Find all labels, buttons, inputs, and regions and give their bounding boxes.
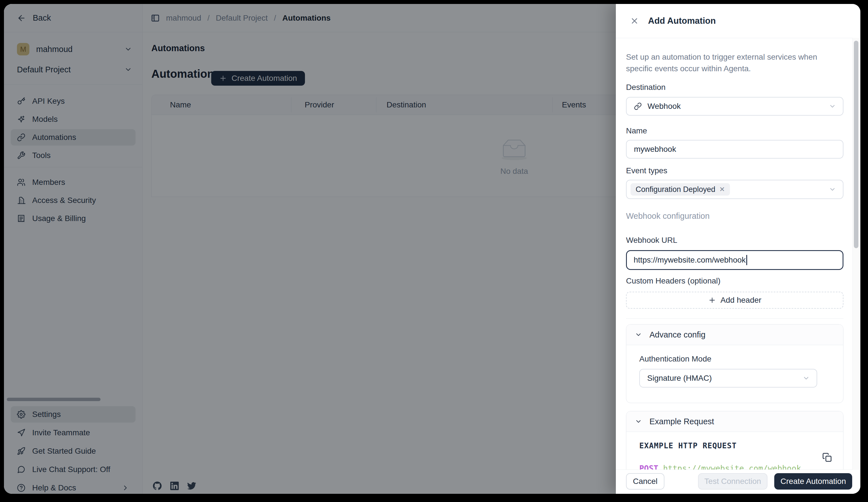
custom-headers-label: Custom Headers (optional) (626, 277, 844, 285)
drawer-header: Add Automation (616, 4, 860, 38)
chevron-down-icon (803, 374, 810, 382)
create-automation-submit-button[interactable]: Create Automation (774, 473, 852, 490)
name-value: mywebhook (634, 145, 676, 154)
drawer-body: Set up an automation to trigger external… (616, 38, 860, 470)
drawer-scrollbar-thumb[interactable] (854, 41, 858, 248)
example-request-title: Example Request (649, 417, 714, 426)
drawer-description: Set up an automation to trigger external… (626, 51, 829, 74)
advance-config-title: Advance config (649, 330, 705, 340)
event-type-tag-label: Configuration Deployed (636, 185, 715, 194)
auth-mode-select[interactable]: Signature (HMAC) (639, 369, 817, 388)
auth-mode-value: Signature (HMAC) (647, 374, 712, 383)
webhook-url-value: https://mywebsite.com/webhook (634, 255, 746, 264)
name-label: Name (626, 126, 844, 135)
destination-select[interactable]: Webhook (626, 97, 844, 116)
drawer-title: Add Automation (648, 16, 716, 26)
event-types-select[interactable]: Configuration Deployed ✕ (626, 180, 844, 199)
add-automation-drawer: Add Automation Set up an automation to t… (616, 4, 860, 494)
drawer-footer: Cancel Test Connection Create Automation (616, 470, 860, 494)
chevron-down-icon (829, 186, 836, 193)
example-code-title: EXAMPLE HTTP REQUEST (639, 441, 830, 450)
copy-icon[interactable] (822, 453, 832, 462)
close-icon[interactable] (630, 17, 639, 26)
screen: Back M mahmoud Default Project (0, 0, 868, 502)
drawer-scrollbar-track[interactable] (852, 38, 859, 470)
cancel-button[interactable]: Cancel (626, 473, 664, 490)
add-header-label: Add header (721, 296, 762, 305)
webhook-url-input[interactable]: https://mywebsite.com/webhook (626, 250, 844, 270)
example-request-body: EXAMPLE HTTP REQUEST POST https://mywebs… (626, 441, 843, 470)
add-header-button[interactable]: Add header (626, 292, 844, 309)
link-icon (634, 102, 642, 110)
advance-config-header[interactable]: Advance config (626, 324, 843, 345)
advance-config-panel: Advance config Authentication Mode Signa… (626, 324, 844, 403)
event-type-tag: Configuration Deployed ✕ (631, 183, 730, 195)
destination-label: Destination (626, 83, 844, 92)
chevron-down-icon (635, 418, 642, 425)
app-window: Back M mahmoud Default Project (4, 4, 860, 494)
text-caret (746, 255, 747, 265)
chevron-down-icon (635, 331, 642, 338)
event-types-label: Event types (626, 166, 844, 175)
webhook-config-section-title: Webhook configuration (626, 211, 844, 221)
auth-mode-label: Authentication Mode (639, 354, 830, 363)
chevron-down-icon (829, 103, 836, 110)
example-request-line: POST https://mywebsite.com/webhook (639, 464, 830, 470)
plus-icon (708, 296, 716, 304)
destination-value: Webhook (648, 102, 681, 111)
test-connection-button[interactable]: Test Connection (698, 473, 767, 490)
webhook-url-label: Webhook URL (626, 236, 844, 245)
divider (626, 318, 844, 319)
example-request-header[interactable]: Example Request (626, 411, 843, 432)
name-input[interactable]: mywebhook (626, 140, 844, 159)
http-url: https://mywebsite.com/webhook (663, 464, 801, 470)
tag-remove-icon[interactable]: ✕ (719, 185, 725, 193)
example-request-panel: Example Request EXAMPLE HTTP REQUEST POS… (626, 411, 844, 470)
advance-config-body: Authentication Mode Signature (HMAC) (626, 354, 843, 403)
http-method: POST (639, 464, 658, 470)
